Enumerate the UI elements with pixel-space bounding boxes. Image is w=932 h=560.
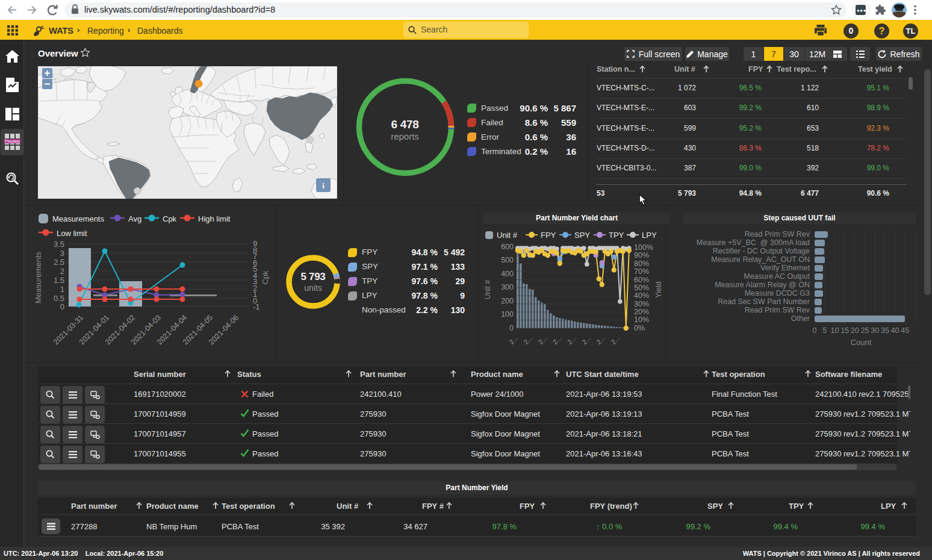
svg-text:3: 3 — [60, 249, 64, 258]
svg-text:TPY: TPY — [609, 231, 624, 240]
svg-text:Verify Ethernet: Verify Ethernet — [760, 264, 810, 272]
svg-text:2...: 2... — [610, 334, 621, 346]
svg-text:Other: Other — [791, 314, 810, 323]
svg-text:2...: 2... — [566, 334, 577, 346]
svg-text:2...: 2... — [537, 334, 548, 346]
svg-text:70%: 70% — [634, 267, 649, 276]
svg-text:0: 0 — [60, 302, 64, 311]
svg-text:300: 300 — [501, 283, 514, 291]
svg-text:20%: 20% — [634, 308, 649, 316]
svg-text:10: 10 — [830, 326, 839, 335]
svg-text:Low limit: Low limit — [57, 229, 87, 238]
svg-text:Measure +5V_BC @ 300mA load: Measure +5V_BC @ 300mA load — [697, 238, 810, 247]
svg-text:1: 1 — [60, 285, 64, 294]
svg-text:100: 100 — [501, 310, 514, 319]
svg-text:15: 15 — [840, 326, 849, 335]
svg-text:0%: 0% — [634, 324, 645, 332]
svg-text:45: 45 — [901, 326, 909, 335]
svg-text:30: 30 — [871, 326, 879, 335]
svg-text:LPY: LPY — [642, 231, 657, 240]
svg-text:-1: -1 — [253, 302, 260, 311]
svg-text:35: 35 — [881, 326, 889, 335]
svg-text:Unit #: Unit # — [483, 280, 492, 300]
svg-text:0.5: 0.5 — [54, 294, 64, 303]
svg-text:600: 600 — [501, 243, 514, 251]
svg-text:40%: 40% — [634, 291, 649, 300]
svg-text:0: 0 — [509, 324, 514, 332]
svg-text:2...: 2... — [508, 334, 519, 346]
svg-text:90%: 90% — [634, 251, 649, 260]
svg-text:Yield: Yield — [654, 281, 663, 297]
svg-text:Rectifier - DC Output Voltage: Rectifier - DC Output Voltage — [713, 247, 810, 255]
svg-text:Measure DCDC G3: Measure DCDC G3 — [745, 289, 810, 297]
svg-text:500: 500 — [501, 256, 514, 264]
svg-text:2...: 2... — [522, 334, 533, 346]
svg-text:80%: 80% — [634, 260, 649, 268]
svg-text:Read Sec SW Part Number: Read Sec SW Part Number — [718, 297, 810, 306]
svg-text:30%: 30% — [634, 300, 649, 308]
svg-text:400: 400 — [501, 270, 514, 278]
svg-text:Measure Alarm Relay @ ON: Measure Alarm Relay @ ON — [715, 281, 810, 289]
svg-text:100%: 100% — [634, 243, 653, 252]
svg-text:25: 25 — [861, 326, 869, 335]
svg-text:1.5: 1.5 — [54, 276, 64, 285]
svg-text:2...: 2... — [551, 334, 563, 346]
svg-text:2...: 2... — [580, 334, 592, 346]
svg-text:High limit: High limit — [198, 214, 231, 223]
svg-text:60%: 60% — [634, 276, 649, 284]
svg-text:SPY: SPY — [574, 231, 590, 240]
svg-text:0: 0 — [813, 326, 817, 335]
svg-text:Measurements: Measurements — [34, 252, 43, 303]
svg-text:3.5: 3.5 — [54, 240, 64, 249]
svg-text:Unit #: Unit # — [497, 231, 518, 240]
svg-text:50%: 50% — [634, 284, 649, 292]
svg-text:Cpk: Cpk — [261, 270, 270, 285]
svg-text:Measurements: Measurements — [52, 214, 104, 223]
svg-text:Read Prim SW Rev: Read Prim SW Rev — [745, 230, 810, 238]
svg-text:Read Prim SW Rev: Read Prim SW Rev — [745, 306, 810, 314]
svg-text:2: 2 — [60, 267, 64, 276]
svg-text:i: i — [322, 181, 325, 190]
svg-text:FPY: FPY — [541, 231, 556, 240]
svg-text:Measure AC Output: Measure AC Output — [744, 272, 810, 281]
svg-text:Measure Relay_AC_OUT ON: Measure Relay_AC_OUT ON — [711, 255, 810, 264]
svg-text:Avg: Avg — [128, 214, 141, 223]
svg-text:2.5: 2.5 — [54, 258, 64, 267]
svg-text:10%: 10% — [634, 316, 649, 324]
svg-text:Count: Count — [851, 338, 872, 347]
svg-text:Cpk: Cpk — [163, 214, 177, 223]
svg-text:5: 5 — [822, 326, 827, 335]
svg-text:2...: 2... — [595, 334, 606, 346]
svg-text:40: 40 — [891, 326, 899, 335]
svg-text:200: 200 — [501, 297, 514, 305]
svg-text:20: 20 — [851, 326, 859, 335]
